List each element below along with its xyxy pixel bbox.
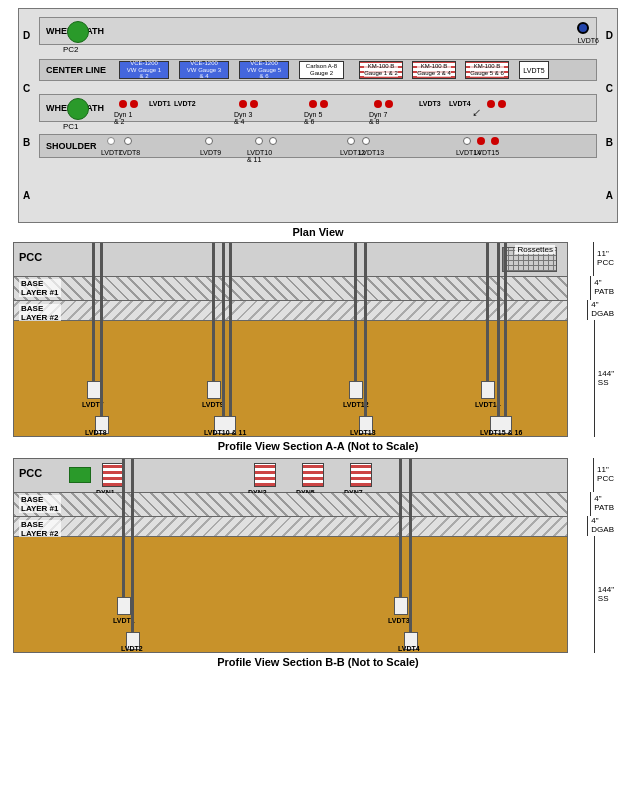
dyn5-6-label: Dyn 5& 6 <box>304 111 322 125</box>
base-layer-1-label-b: BASELAYER #1 <box>19 495 61 513</box>
lvdt9-label-plan: LVDT9 <box>200 149 221 156</box>
side-labels-right: D C B A <box>606 9 613 222</box>
lvdt9-label-a: LVDT9 <box>202 401 224 408</box>
lvdt15-shoulder-dot <box>477 137 485 145</box>
dyn1-2-box <box>102 463 124 487</box>
rod-head-lvdt3 <box>394 597 408 615</box>
label-A-right: A <box>606 190 613 201</box>
label-B-right: B <box>606 137 613 148</box>
dim-labels-b: 11"PCC 4"PATB 4"DGAB 144"SS <box>570 458 614 653</box>
rod-head-lvdt14 <box>481 381 495 399</box>
lvdt13-label-plan: LVDT13 <box>359 149 384 156</box>
rod-lvdt7 <box>92 243 95 383</box>
lvdt7-shoulder-dot <box>107 137 115 145</box>
label-A-left: A <box>23 190 30 201</box>
green-sensor-b <box>69 467 91 483</box>
rod-lvdt13 <box>364 243 367 418</box>
dim-pcc-a: 11"PCC <box>593 242 614 276</box>
rod-lvdt8 <box>100 243 103 418</box>
vw-gauge-3-4-box: VCE-1200VW Gauge 3& 4 <box>179 61 229 79</box>
label-C-right: C <box>606 83 613 94</box>
plan-view-caption: Plan View <box>8 226 624 238</box>
carlson-a8-box: Carlson A-8Gauge 2 <box>299 61 344 79</box>
lvdt15-label-plan: LVDT15 <box>474 149 499 156</box>
lvdt9-shoulder-dot <box>205 137 213 145</box>
rod-lvdt16 <box>504 243 507 418</box>
rod-lvdt11 <box>229 243 232 418</box>
dim-ss-a: 144"SS <box>594 320 614 437</box>
dyn3-4-label: Dyn 3& 4 <box>234 111 252 125</box>
lvdt3-label-plan: LVDT3 <box>419 100 441 107</box>
lvdt8-shoulder-dot <box>124 137 132 145</box>
rod-lvdt2 <box>131 459 134 634</box>
center-line-label: CENTER LINE <box>46 65 106 75</box>
dyn7-8-dots <box>374 100 393 108</box>
profile-a-diagram: PCC Rossettes BASELAYER #1 BASELAYER #2 … <box>13 242 568 437</box>
rod-lvdt4 <box>409 459 412 634</box>
rod-lvdt14 <box>486 243 489 383</box>
pcc-layer-b <box>14 459 567 493</box>
base-layer-2-label-b: BASELAYER #2 <box>19 520 61 538</box>
profile-a-wrapper: PCC Rossettes BASELAYER #1 BASELAYER #2 … <box>8 242 624 452</box>
dim-patb-b: 4"PATB <box>590 492 614 516</box>
dim-labels-a: 11"PCC 4"PATB 4"DGAB 144"SS <box>570 242 614 437</box>
label-D-right: D <box>606 30 613 41</box>
base-layer-2-label-a: BASELAYER #2 <box>19 304 61 322</box>
dyn5-6-dots <box>309 100 328 108</box>
pc2-label: PC2 <box>63 45 79 54</box>
lvdt4-label-b: LVDT4 <box>398 645 420 652</box>
profile-b-wrapper: PCC DYN1DYN2 DYN3DYN4 DYN5DYN6 DYN7DYN8 <box>8 458 624 668</box>
lvdt6-label: LVDT6 <box>578 37 599 44</box>
vw-gauge-1-2-box: VCE-1200VW Gauge 1& 2 <box>119 61 169 79</box>
pc1-label: PC1 <box>63 122 79 131</box>
base-layer-1-a <box>14 277 567 301</box>
rod-lvdt12 <box>354 243 357 383</box>
lvdt5-box: LVDT5 <box>519 61 549 79</box>
km100b-1-2-box: KM-100 BGauge 1 & 2 <box>359 61 403 79</box>
rod-lvdt15 <box>497 243 500 418</box>
base-layer-2-b <box>14 517 567 537</box>
base-layer-2-a <box>14 301 567 321</box>
lvdt10-11-label-plan: LVDT10& 11 <box>247 149 272 163</box>
side-labels-left: D C B A <box>23 9 30 222</box>
rod-lvdt3 <box>399 459 402 599</box>
dim-dgab-a: 4"DGAB <box>587 300 614 320</box>
lvdt14-shoulder-dot <box>463 137 471 145</box>
profile-a-caption: Profile View Section A-A (Not to Scale) <box>8 440 624 452</box>
base-layer-1-b <box>14 493 567 517</box>
vw-gauge-5-6-box: VCE-1200VW Gauge 5& 6 <box>239 61 289 79</box>
lvdt12-shoulder-dot <box>347 137 355 145</box>
lvdt1-label-plan: LVDT1 <box>149 100 171 107</box>
dyn5-6-box <box>302 463 324 487</box>
rod-lvdt1 <box>122 459 125 599</box>
rod-head-lvdt7 <box>87 381 101 399</box>
dim-patb-a: 4"PATB <box>590 276 614 300</box>
pc1-circle <box>67 98 89 120</box>
dyn1-2-dots <box>119 100 138 108</box>
dyn3-4-dots <box>239 100 258 108</box>
lvdt10-shoulder-dot <box>255 137 263 145</box>
pcc-label-a: PCC <box>19 251 42 263</box>
lvdt10-11-label-a: LVDT10 & 11 <box>204 429 246 436</box>
lvdt16-shoulder-dot <box>491 137 499 145</box>
lvdt4-label-plan: LVDT4 <box>449 100 471 107</box>
label-B-left: B <box>23 137 30 148</box>
rod-lvdt9 <box>212 243 215 383</box>
dyn7-8-box <box>350 463 372 487</box>
base-layer-1-label-a: BASELAYER #1 <box>19 279 61 297</box>
lvdt2-label-b: LVDT2 <box>121 645 143 652</box>
lvdt6-dot <box>577 22 589 34</box>
profile-b-caption: Profile View Section B-B (Not to Scale) <box>8 656 624 668</box>
pc2-circle <box>67 21 89 43</box>
lvdt15-16-label-a: LVDT15 & 16 <box>480 429 522 436</box>
plan-view-diagram: D C B A D C B A WHEEL PATH CENTER LINE <box>18 8 618 223</box>
dim-pcc-b: 11"PCC <box>593 458 614 492</box>
km100b-3-4-box: KM-100 BGauge 3 & 4 <box>412 61 456 79</box>
km100b-5-6-box: KM-100 BGauge 5 & 6 <box>465 61 509 79</box>
dyn1-2-label: Dyn 1& 2 <box>114 111 132 125</box>
rossettes-label-a: Rossettes <box>515 245 555 254</box>
lvdt8-label-plan: LVDT8 <box>119 149 140 156</box>
lvdt3-label-b: LVDT3 <box>388 617 410 624</box>
dim-dgab-b: 4"DGAB <box>587 516 614 536</box>
rod-head-lvdt12 <box>349 381 363 399</box>
